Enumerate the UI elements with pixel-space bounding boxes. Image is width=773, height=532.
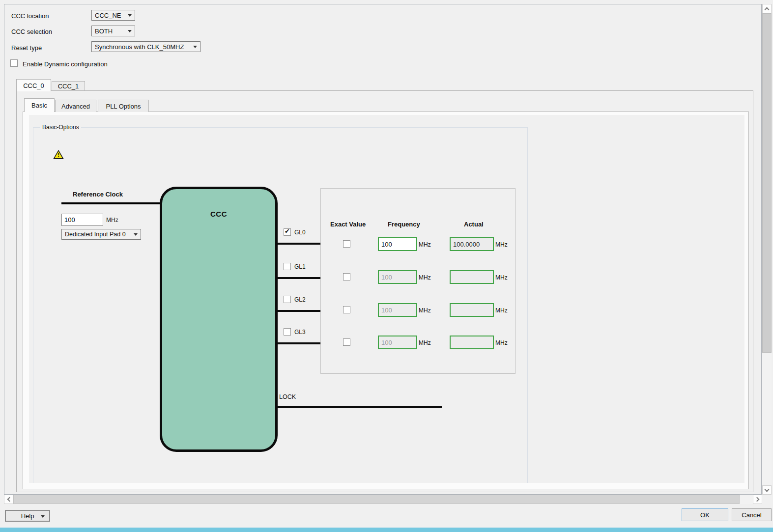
gl3-frequency-unit: MHz (419, 339, 431, 346)
ok-button-label: OK (700, 511, 710, 519)
gl2-frequency-input (378, 303, 417, 317)
chevron-down-icon (128, 14, 132, 17)
frequency-header: Frequency (388, 221, 420, 228)
output-frequency-panel: Exact Value Frequency Actual MHz MHz (320, 188, 515, 374)
gl3-actual-field (450, 336, 494, 349)
gl0-actual-field (450, 237, 494, 251)
ccc-location-label: CCC location (11, 12, 49, 20)
reference-frequency-input[interactable] (61, 214, 103, 226)
lock-label: LOCK (279, 393, 296, 400)
gl0-frequency-row: MHz MHz (321, 237, 515, 251)
gl3-actual-unit: MHz (495, 339, 508, 346)
gl1-label: GL1 (294, 263, 306, 270)
ccc-selection-select[interactable]: BOTH (91, 26, 135, 36)
tab-basic-label: Basic (31, 102, 47, 109)
vertical-scrollbar[interactable] (762, 4, 772, 495)
gl0-label: GL0 (294, 229, 306, 236)
gl0-frequency-input[interactable] (378, 237, 417, 251)
gl1-output: GL1 (278, 263, 321, 279)
chevron-down-icon (134, 233, 138, 236)
horizontal-scrollbar[interactable] (4, 495, 762, 504)
tab-pll-options[interactable]: PLL Options (98, 100, 149, 112)
ok-button[interactable]: OK (682, 508, 728, 521)
gl1-actual-unit: MHz (495, 274, 508, 281)
tab-advanced-label: Advanced (61, 103, 90, 110)
gl2-frequency-unit: MHz (419, 307, 431, 314)
scroll-right-button[interactable] (753, 495, 762, 504)
gl3-wire (278, 342, 321, 344)
gl0-exact-value-checkbox[interactable] (343, 240, 350, 248)
basic-pane: Basic-Options ! Reference Clock MHz Dedi… (29, 115, 744, 483)
horizontal-scrollbar-thumb[interactable] (13, 495, 740, 504)
gl0-wire (278, 243, 321, 245)
lock-wire (278, 406, 442, 408)
ccc-selection-value: BOTH (95, 28, 113, 35)
tab-advanced[interactable]: Advanced (55, 100, 96, 112)
reset-type-select[interactable]: Synchronous with CLK_50MHZ (91, 41, 200, 52)
exact-value-header: Exact Value (330, 221, 366, 228)
ccc-selection-label: CCC selection (11, 28, 52, 35)
ccc-block-label: CCC (162, 210, 275, 218)
vertical-scrollbar-thumb[interactable] (762, 13, 772, 353)
ccc-location-select[interactable]: CCC_NE (91, 10, 135, 21)
ccc-location-value: CCC_NE (95, 12, 121, 19)
gl1-actual-field (450, 270, 494, 284)
gl1-frequency-row: MHz MHz (321, 270, 515, 284)
chevron-down-icon (193, 46, 197, 48)
basic-options-title: Basic-Options (40, 124, 81, 131)
window-accent-bar (0, 528, 773, 532)
chevron-left-icon (7, 497, 12, 502)
enable-dynamic-config-checkbox[interactable] (10, 59, 18, 67)
gl1-frequency-input (378, 270, 417, 284)
scroll-down-button[interactable] (762, 485, 772, 495)
gl2-frequency-row: MHz MHz (321, 303, 515, 317)
cancel-button[interactable]: Cancel (732, 508, 772, 521)
help-button-label: Help (21, 512, 34, 520)
cancel-button-label: Cancel (742, 511, 761, 519)
tab-pll-options-label: PLL Options (106, 103, 141, 110)
ccc0-tab-page: Basic Advanced PLL Options Basic-Options… (16, 90, 753, 492)
scroll-left-button[interactable] (4, 495, 13, 504)
gl2-exact-value-checkbox[interactable] (343, 306, 350, 313)
gl1-checkbox[interactable] (284, 263, 291, 270)
reference-clock-wire (61, 202, 160, 204)
tab-ccc-0[interactable]: CCC_0 (16, 79, 51, 91)
gl1-exact-value-checkbox[interactable] (343, 273, 350, 280)
tab-ccc-0-label: CCC_0 (23, 82, 44, 89)
chevron-down-icon (765, 487, 770, 492)
basic-tab-page: Basic-Options ! Reference Clock MHz Dedi… (23, 112, 749, 489)
gl0-output: GL0 (278, 228, 321, 245)
chevron-up-icon (765, 7, 770, 12)
gl3-output: GL3 (278, 328, 321, 344)
tab-ccc-1[interactable]: CCC_1 (52, 81, 85, 90)
scroll-up-button[interactable] (762, 4, 772, 13)
gl2-actual-unit: MHz (495, 307, 508, 314)
ccc-block: CCC (160, 187, 278, 452)
reference-clock-title: Reference Clock (73, 191, 123, 198)
actual-header: Actual (464, 221, 484, 228)
reference-source-value: Dedicated Input Pad 0 (65, 231, 126, 238)
gl0-checkbox[interactable] (284, 228, 291, 236)
gl2-output: GL2 (278, 296, 321, 312)
config-scroll-viewport: CCC location CCC_NE CCC selection BOTH R… (4, 4, 762, 495)
tab-basic[interactable]: Basic (24, 98, 55, 112)
reset-type-label: Reset type (11, 44, 42, 52)
enable-dynamic-config-label: Enable Dynamic configuration (23, 60, 108, 68)
tab-ccc-1-label: CCC_1 (58, 83, 79, 90)
warning-icon: ! (53, 150, 64, 159)
gl2-checkbox[interactable] (284, 296, 291, 303)
help-button[interactable]: Help (5, 510, 50, 522)
chevron-down-icon (41, 515, 45, 518)
gl0-actual-unit: MHz (495, 241, 508, 248)
reset-type-value: Synchronous with CLK_50MHZ (95, 43, 184, 51)
reference-source-select[interactable]: Dedicated Input Pad 0 (61, 229, 141, 240)
gl2-actual-field (450, 303, 494, 317)
gl3-exact-value-checkbox[interactable] (343, 338, 350, 346)
chevron-right-icon (754, 497, 759, 502)
gl0-frequency-unit: MHz (419, 241, 431, 248)
scrollbar-corner (762, 495, 773, 504)
gl3-checkbox[interactable] (284, 328, 291, 336)
gl3-frequency-input (378, 336, 417, 349)
chevron-down-icon (128, 30, 132, 32)
reference-frequency-unit: MHz (106, 217, 118, 224)
